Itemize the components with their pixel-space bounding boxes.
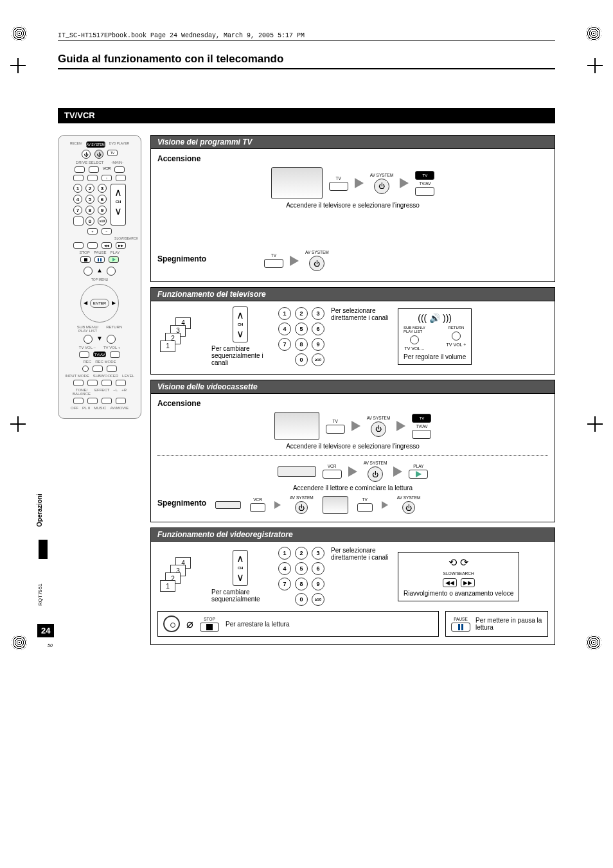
tv-button: [329, 182, 348, 191]
book-header: IT_SC-HT1517EPbook.book Page 24 Wednesda…: [58, 32, 555, 39]
power-icon: ⏻: [309, 256, 324, 271]
arrow-icon: [393, 466, 402, 477]
stop-note: Per arrestare la lettura: [226, 621, 290, 628]
volume-note: Per regolare il volume: [404, 353, 466, 360]
subsection-tv-programs: Visione dei programmi TV: [150, 135, 555, 149]
tv-icon: [271, 167, 323, 199]
stop-button: [200, 623, 219, 632]
section-header: TV/VCR: [58, 108, 555, 123]
remote-illustration: RECEIVAV SYSTEMDVD PLAYER ⏻⏻TV DRIVE SEL…: [58, 135, 141, 419]
rewind-ff-buttons: ◀◀▶▶: [443, 578, 475, 587]
speaker-icon: ((( 🔊 ))): [418, 313, 452, 323]
pause-button: [451, 623, 470, 632]
vcr-on-note: Accendere il lettore e cominciare la let…: [157, 484, 548, 492]
tv-av-button: TV: [415, 171, 434, 180]
rewind-note: Riavvolgimento o avanzamento veloce: [404, 590, 513, 597]
subsection-tv-operation: Funzionamento del televisore: [150, 287, 555, 301]
tape-reel-icon: ⟲ ⟳: [449, 556, 468, 569]
power-icon: ⏻: [374, 179, 389, 194]
play-button: [409, 470, 428, 479]
page-number: 24: [37, 624, 54, 637]
arrow-icon: [396, 421, 405, 431]
subsection-vcr-operation: Funzionamento del videoregistratore: [150, 527, 555, 542]
sub-page-number: 50: [48, 643, 53, 648]
spegnimento-label: Spegnimento: [157, 499, 206, 508]
arrow-icon: [274, 501, 281, 509]
change-seq-note: Per cambiare sequenzialmente: [211, 589, 269, 603]
tv-icon: [323, 496, 348, 514]
vcr-icon: [278, 466, 316, 477]
vcr-icon: [215, 501, 241, 509]
change-seq-note: Per cambiare sequenzialmente i canali: [211, 345, 269, 366]
tv-on-note: Accendere il televisore e selezionare l'…: [157, 443, 548, 450]
direct-select-note: Per selezionare direttamente i canali: [331, 547, 389, 561]
arrow-icon: [355, 178, 364, 188]
power-icon: ⏻: [371, 421, 386, 437]
side-tab: Operazioni: [36, 493, 43, 527]
page-title: Guida al funzionamento con il telecomand…: [58, 53, 555, 66]
disc-icon: [163, 616, 180, 632]
arrow-icon: [351, 421, 360, 431]
arrow-icon: [290, 256, 299, 266]
arrow-icon: [348, 466, 357, 477]
ch-buttons: ∧CH∨: [233, 550, 248, 586]
direct-select-note: Per selezionare direttamente i canali: [331, 307, 389, 321]
doc-code: RQT7951: [37, 583, 43, 606]
pause-note: Per mettere in pausa la lettura: [475, 617, 542, 631]
subsection-vcr-view: Visione delle videocassette: [150, 380, 555, 394]
keypad: 123 456 789 0≥10: [278, 307, 326, 366]
power-icon: ⏻: [368, 466, 383, 482]
ch-buttons: ∧CH∨: [233, 306, 248, 342]
accensione-label: Accensione: [157, 154, 548, 163]
tv-stack-icon: 4 3 2 1: [157, 557, 202, 596]
sub-menu-button: [410, 335, 419, 344]
arrow-icon: [382, 501, 388, 509]
keypad: 123 456 789 0≥10: [278, 547, 326, 606]
arrow-icon: [400, 178, 409, 188]
accensione-label: Accensione: [157, 399, 548, 408]
return-button: [452, 332, 461, 341]
tv-stack-icon: 4 3 2 1: [157, 317, 202, 356]
eject-icon: ⌀: [186, 617, 193, 631]
spegnimento-label: Spegnimento: [157, 254, 206, 263]
tv-icon: [274, 412, 319, 440]
power-on-note: Accendere il televisore e selezionare l'…: [157, 202, 548, 209]
